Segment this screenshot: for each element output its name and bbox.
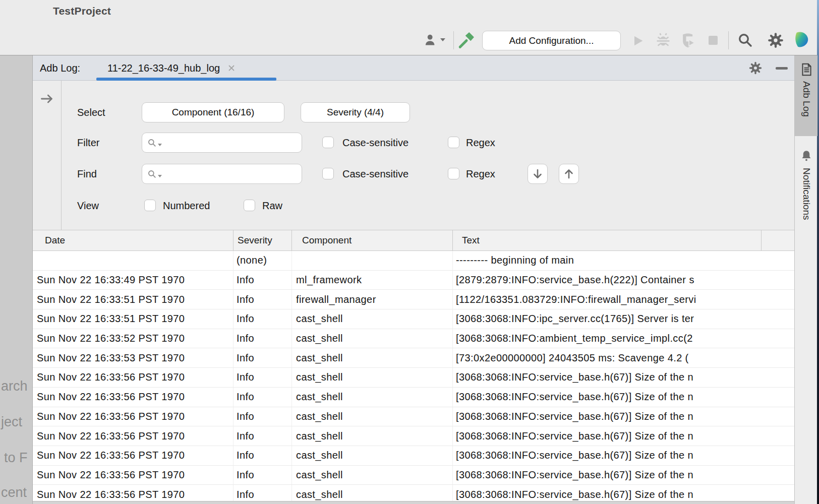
find-regex-checkbox[interactable] (448, 168, 459, 179)
select-label: Select (77, 102, 105, 122)
search-options-caret-icon (158, 144, 162, 146)
log-file-tab[interactable]: 11-22_16-33-49_hub_log (96, 55, 276, 81)
cell-text: [3068:3068:INFO:service_base.h(67)] Size… (453, 407, 794, 426)
severity-filter-label: Severity (4/4) (327, 107, 384, 118)
cell-component: cast_shell (292, 446, 453, 465)
search-icon (737, 32, 753, 48)
cell-severity: Info (233, 348, 292, 367)
table-row[interactable]: Sun Nov 22 16:33:56 PST 1970Infocast_she… (33, 446, 794, 466)
column-header-component[interactable]: Component (292, 230, 453, 250)
cell-text: [3068:3068:INFO:service_base.h(67)] Size… (453, 466, 794, 485)
find-previous-button[interactable] (559, 164, 579, 184)
table-row[interactable]: Sun Nov 22 16:33:56 PST 1970Infocast_she… (33, 407, 794, 427)
panel-bottom-edge (33, 501, 794, 504)
cell-severity: Info (233, 407, 292, 426)
cell-date: Sun Nov 22 16:33:49 PST 1970 (33, 271, 233, 290)
log-table-body: (none)--------- beginning of mainSun Nov… (33, 251, 794, 504)
debug-bug-icon (655, 32, 671, 49)
table-row[interactable]: Sun Nov 22 16:33:51 PST 1970Infocast_she… (33, 309, 794, 329)
filter-input[interactable] (142, 133, 302, 153)
filter-regex-checkbox[interactable] (448, 137, 459, 148)
component-filter-button[interactable]: Component (16/16) (142, 102, 284, 122)
view-raw-checkbox[interactable] (244, 200, 255, 211)
cell-date: Sun Nov 22 16:33:56 PST 1970 (33, 466, 233, 485)
panel-title: Adb Log: (40, 55, 80, 81)
toolbar-separator (453, 31, 454, 49)
cell-date: Sun Nov 22 16:33:56 PST 1970 (33, 426, 233, 446)
cell-severity: Info (233, 290, 292, 309)
log-table: Date Severity Component Text (none)-----… (33, 230, 794, 504)
table-row[interactable]: Sun Nov 22 16:33:52 PST 1970Infocast_she… (33, 329, 794, 349)
table-row[interactable]: Sun Nov 22 16:33:49 PST 1970Infoml_frame… (33, 271, 794, 290)
cell-date: Sun Nov 22 16:33:51 PST 1970 (33, 309, 233, 329)
cell-date: Sun Nov 22 16:33:53 PST 1970 (33, 348, 233, 367)
cell-severity: Info (233, 426, 292, 446)
ide-window: TestProject Add Configuration... (0, 0, 817, 504)
find-input[interactable] (142, 164, 302, 184)
background-shortcut-fragment: arch (1, 379, 28, 394)
debug-button[interactable] (655, 31, 672, 49)
cell-component: ml_framework (292, 271, 453, 290)
tool-window-tab-adb-log[interactable]: Adb Log (795, 55, 817, 136)
cell-severity: Info (233, 368, 292, 387)
stop-button[interactable] (707, 34, 719, 46)
cell-text: [1122/163351.083729:INFO:firewall_manage… (453, 290, 794, 309)
table-row[interactable]: Sun Nov 22 16:33:56 PST 1970Infocast_she… (33, 388, 794, 407)
run-icon (631, 34, 645, 48)
collapse-arrow-icon[interactable] (40, 92, 54, 106)
panel-gear-icon[interactable] (748, 61, 763, 75)
find-regex-label: Regex (466, 164, 495, 184)
tool-window-tab-notifications[interactable]: Notifications (795, 149, 817, 220)
arrow-down-icon (532, 168, 544, 180)
cell-component: cast_shell (292, 309, 453, 329)
user-dropdown-button[interactable] (423, 32, 447, 47)
assistant-button[interactable] (791, 29, 811, 50)
view-numbered-checkbox[interactable] (144, 200, 156, 211)
cell-text: [3068:3068:INFO:service_base.h(67)] Size… (453, 368, 794, 387)
build-hammer-button[interactable] (457, 30, 476, 49)
find-next-button[interactable] (528, 164, 548, 184)
column-header-text[interactable]: Text (453, 230, 762, 250)
cell-text: [3068:3068:INFO:service_base.h(67)] Size… (453, 446, 794, 465)
run-button[interactable] (630, 33, 646, 48)
table-row[interactable]: Sun Nov 22 16:33:56 PST 1970Infocast_she… (33, 426, 794, 446)
gutter-separator (61, 81, 62, 230)
column-header-spacer (762, 230, 794, 250)
add-configuration-button[interactable]: Add Configuration... (482, 31, 621, 50)
view-numbered-label: Numbered (163, 196, 210, 216)
cell-component: firewall_manager (292, 290, 453, 309)
column-header-date[interactable]: Date (33, 230, 233, 250)
table-row[interactable]: Sun Nov 22 16:33:56 PST 1970Infocast_she… (33, 368, 794, 388)
view-label: View (77, 196, 99, 216)
cell-text: --------- beginning of main (453, 251, 794, 270)
settings-button[interactable] (767, 31, 785, 49)
background-shortcut-fragment: to F (4, 450, 28, 466)
chevron-down-icon (440, 38, 445, 41)
close-icon[interactable] (227, 64, 236, 73)
table-row[interactable]: Sun Nov 22 16:33:51 PST 1970Infofirewall… (33, 290, 794, 309)
cell-severity: Info (233, 446, 292, 465)
minimize-icon[interactable] (776, 67, 788, 70)
table-row[interactable]: (none)--------- beginning of main (33, 251, 794, 271)
cell-severity: Info (233, 271, 292, 290)
search-icon (147, 169, 156, 178)
find-case-sensitive-checkbox[interactable] (322, 168, 334, 179)
cell-date: Sun Nov 22 16:33:56 PST 1970 (33, 368, 233, 387)
column-header-severity[interactable]: Severity (233, 230, 292, 250)
cell-component: cast_shell (292, 388, 453, 407)
filter-case-sensitive-checkbox[interactable] (322, 137, 334, 148)
toolbar-separator (728, 31, 729, 49)
table-row[interactable]: Sun Nov 22 16:33:53 PST 1970Infocast_she… (33, 348, 794, 368)
attach-profiler-button[interactable] (679, 31, 697, 49)
table-row[interactable]: Sun Nov 22 16:33:56 PST 1970Infocast_she… (33, 466, 794, 485)
cell-date: Sun Nov 22 16:33:56 PST 1970 (33, 407, 233, 426)
table-header: Date Severity Component Text (33, 230, 794, 251)
tool-window-strip: Adb Log Notifications (794, 55, 817, 504)
search-everywhere-button[interactable] (736, 31, 753, 48)
cell-severity: Info (233, 329, 292, 348)
bell-icon (800, 149, 813, 163)
cell-component: cast_shell (292, 368, 453, 387)
find-case-sensitive-label: Case-sensitive (342, 164, 408, 184)
cell-text: [3068:3068:INFO:ambient_temp_service_imp… (453, 329, 794, 348)
severity-filter-button[interactable]: Severity (4/4) (301, 102, 410, 122)
